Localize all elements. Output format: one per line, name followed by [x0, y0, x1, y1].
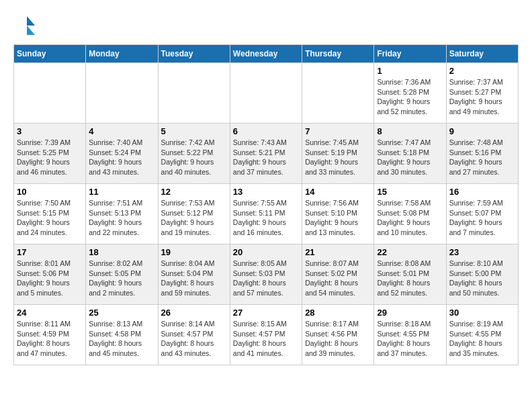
calendar-cell: 6Sunrise: 7:43 AM Sunset: 5:21 PM Daylig…: [230, 124, 302, 184]
calendar-cell: 3Sunrise: 7:39 AM Sunset: 5:25 PM Daylig…: [14, 124, 86, 184]
day-number: 5: [161, 126, 227, 136]
calendar-week-row: 10Sunrise: 7:50 AM Sunset: 5:15 PM Dayli…: [14, 184, 519, 244]
calendar: SundayMondayTuesdayWednesdayThursdayFrid…: [13, 44, 519, 365]
calendar-cell: 15Sunrise: 7:58 AM Sunset: 5:08 PM Dayli…: [374, 184, 446, 244]
day-info: Sunrise: 7:56 AM Sunset: 5:10 PM Dayligh…: [305, 198, 371, 238]
calendar-cell: 11Sunrise: 7:51 AM Sunset: 5:13 PM Dayli…: [86, 184, 158, 244]
calendar-cell: 19Sunrise: 8:04 AM Sunset: 5:04 PM Dayli…: [158, 244, 230, 305]
calendar-cell: 22Sunrise: 8:08 AM Sunset: 5:01 PM Dayli…: [374, 244, 446, 305]
calendar-cell: [158, 63, 230, 124]
day-number: 27: [233, 308, 299, 318]
calendar-week-row: 24Sunrise: 8:11 AM Sunset: 4:59 PM Dayli…: [14, 305, 519, 365]
day-info: Sunrise: 7:58 AM Sunset: 5:08 PM Dayligh…: [377, 198, 443, 238]
day-info: Sunrise: 8:04 AM Sunset: 5:04 PM Dayligh…: [161, 259, 227, 298]
day-number: 25: [89, 308, 154, 318]
calendar-cell: 9Sunrise: 7:48 AM Sunset: 5:16 PM Daylig…: [446, 124, 518, 184]
day-number: 10: [17, 187, 83, 197]
day-info: Sunrise: 7:53 AM Sunset: 5:12 PM Dayligh…: [161, 198, 227, 238]
day-number: 24: [17, 308, 83, 318]
calendar-week-row: 17Sunrise: 8:01 AM Sunset: 5:06 PM Dayli…: [14, 244, 519, 305]
calendar-cell: 17Sunrise: 8:01 AM Sunset: 5:06 PM Dayli…: [14, 244, 86, 305]
day-info: Sunrise: 7:40 AM Sunset: 5:24 PM Dayligh…: [89, 138, 154, 177]
day-info: Sunrise: 8:08 AM Sunset: 5:01 PM Dayligh…: [377, 259, 443, 298]
day-number: 23: [449, 247, 515, 257]
page-header: [13, 13, 519, 38]
day-info: Sunrise: 7:45 AM Sunset: 5:19 PM Dayligh…: [305, 138, 371, 177]
day-number: 13: [233, 187, 299, 197]
calendar-cell: 29Sunrise: 8:18 AM Sunset: 4:55 PM Dayli…: [374, 305, 446, 365]
calendar-cell: 21Sunrise: 8:07 AM Sunset: 5:02 PM Dayli…: [302, 244, 374, 305]
weekday-header: Saturday: [446, 45, 518, 63]
calendar-cell: 16Sunrise: 7:59 AM Sunset: 5:07 PM Dayli…: [446, 184, 518, 244]
calendar-week-row: 1Sunrise: 7:36 AM Sunset: 5:28 PM Daylig…: [14, 63, 519, 124]
day-info: Sunrise: 7:39 AM Sunset: 5:25 PM Dayligh…: [17, 138, 83, 177]
weekday-header: Friday: [374, 45, 446, 63]
calendar-cell: 26Sunrise: 8:14 AM Sunset: 4:57 PM Dayli…: [158, 305, 230, 365]
day-number: 28: [305, 308, 371, 318]
day-number: 20: [233, 247, 299, 257]
weekday-header: Tuesday: [158, 45, 230, 63]
calendar-cell: 14Sunrise: 7:56 AM Sunset: 5:10 PM Dayli…: [302, 184, 374, 244]
day-number: 22: [377, 247, 443, 257]
day-info: Sunrise: 7:37 AM Sunset: 5:27 PM Dayligh…: [449, 77, 515, 117]
calendar-cell: [302, 63, 374, 124]
calendar-cell: 20Sunrise: 8:05 AM Sunset: 5:03 PM Dayli…: [230, 244, 302, 305]
day-number: 12: [161, 187, 227, 197]
day-number: 11: [89, 187, 154, 197]
day-number: 4: [89, 126, 154, 136]
day-info: Sunrise: 7:47 AM Sunset: 5:18 PM Dayligh…: [377, 138, 443, 177]
day-info: Sunrise: 7:42 AM Sunset: 5:22 PM Dayligh…: [161, 138, 227, 177]
day-info: Sunrise: 8:18 AM Sunset: 4:55 PM Dayligh…: [377, 319, 443, 359]
day-number: 18: [89, 247, 154, 257]
day-number: 16: [449, 187, 515, 197]
calendar-cell: 4Sunrise: 7:40 AM Sunset: 5:24 PM Daylig…: [86, 124, 158, 184]
logo-icon: [13, 13, 38, 38]
day-number: 6: [233, 126, 299, 136]
day-number: 7: [305, 126, 371, 136]
calendar-cell: [230, 63, 302, 124]
weekday-header: Wednesday: [230, 45, 302, 63]
svg-marker-0: [27, 16, 35, 26]
weekday-header: Thursday: [302, 45, 374, 63]
calendar-week-row: 3Sunrise: 7:39 AM Sunset: 5:25 PM Daylig…: [14, 124, 519, 184]
calendar-cell: 28Sunrise: 8:17 AM Sunset: 4:56 PM Dayli…: [302, 305, 374, 365]
calendar-header-row: SundayMondayTuesdayWednesdayThursdayFrid…: [14, 45, 519, 63]
day-info: Sunrise: 8:10 AM Sunset: 5:00 PM Dayligh…: [449, 259, 515, 298]
weekday-header: Sunday: [14, 45, 86, 63]
day-info: Sunrise: 7:48 AM Sunset: 5:16 PM Dayligh…: [449, 138, 515, 177]
calendar-cell: 8Sunrise: 7:47 AM Sunset: 5:18 PM Daylig…: [374, 124, 446, 184]
calendar-cell: 25Sunrise: 8:13 AM Sunset: 4:58 PM Dayli…: [86, 305, 158, 365]
day-info: Sunrise: 7:55 AM Sunset: 5:11 PM Dayligh…: [233, 198, 299, 238]
calendar-cell: [86, 63, 158, 124]
day-number: 19: [161, 247, 227, 257]
calendar-cell: 5Sunrise: 7:42 AM Sunset: 5:22 PM Daylig…: [158, 124, 230, 184]
day-number: 29: [377, 308, 443, 318]
day-number: 1: [377, 66, 443, 76]
calendar-cell: 13Sunrise: 7:55 AM Sunset: 5:11 PM Dayli…: [230, 184, 302, 244]
calendar-cell: 1Sunrise: 7:36 AM Sunset: 5:28 PM Daylig…: [374, 63, 446, 124]
day-number: 26: [161, 308, 227, 318]
day-info: Sunrise: 8:13 AM Sunset: 4:58 PM Dayligh…: [89, 319, 154, 359]
calendar-cell: 18Sunrise: 8:02 AM Sunset: 5:05 PM Dayli…: [86, 244, 158, 305]
day-number: 14: [305, 187, 371, 197]
calendar-cell: 24Sunrise: 8:11 AM Sunset: 4:59 PM Dayli…: [14, 305, 86, 365]
day-number: 30: [449, 308, 515, 318]
logo: [13, 13, 42, 38]
day-info: Sunrise: 8:19 AM Sunset: 4:55 PM Dayligh…: [449, 319, 515, 359]
day-info: Sunrise: 8:17 AM Sunset: 4:56 PM Dayligh…: [305, 319, 371, 359]
day-number: 15: [377, 187, 443, 197]
day-number: 8: [377, 126, 443, 136]
calendar-cell: 10Sunrise: 7:50 AM Sunset: 5:15 PM Dayli…: [14, 184, 86, 244]
day-number: 3: [17, 126, 83, 136]
svg-marker-1: [27, 26, 35, 35]
day-info: Sunrise: 7:50 AM Sunset: 5:15 PM Dayligh…: [17, 198, 83, 238]
calendar-cell: 27Sunrise: 8:15 AM Sunset: 4:57 PM Dayli…: [230, 305, 302, 365]
day-info: Sunrise: 7:59 AM Sunset: 5:07 PM Dayligh…: [449, 198, 515, 238]
day-info: Sunrise: 8:14 AM Sunset: 4:57 PM Dayligh…: [161, 319, 227, 359]
day-info: Sunrise: 7:36 AM Sunset: 5:28 PM Dayligh…: [377, 77, 443, 117]
day-number: 17: [17, 247, 83, 257]
calendar-cell: 12Sunrise: 7:53 AM Sunset: 5:12 PM Dayli…: [158, 184, 230, 244]
day-info: Sunrise: 8:11 AM Sunset: 4:59 PM Dayligh…: [17, 319, 83, 359]
day-info: Sunrise: 8:02 AM Sunset: 5:05 PM Dayligh…: [89, 259, 154, 298]
day-info: Sunrise: 8:05 AM Sunset: 5:03 PM Dayligh…: [233, 259, 299, 298]
